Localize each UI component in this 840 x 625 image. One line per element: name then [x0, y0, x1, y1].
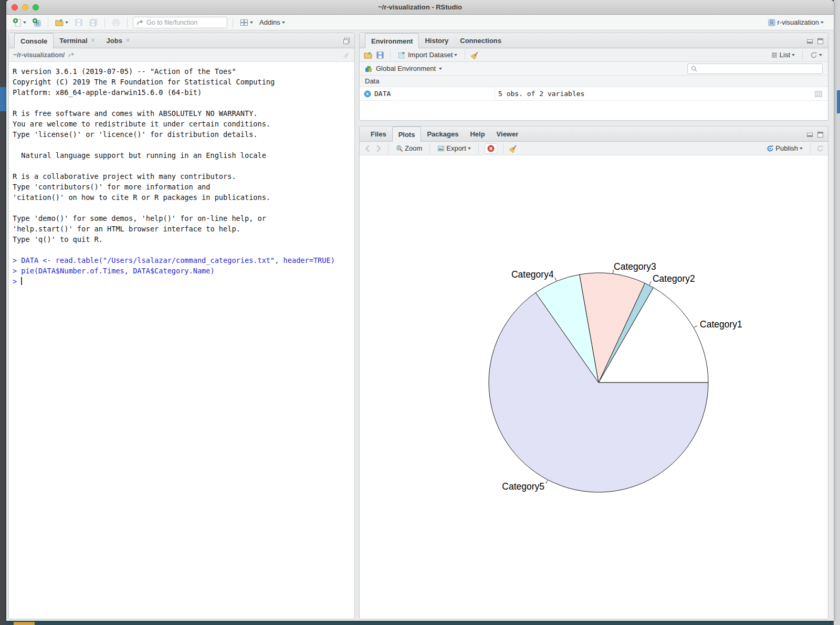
tab-files[interactable]: Files: [365, 126, 392, 141]
tab-plots-label: Plots: [398, 131, 415, 139]
clear-all-plots-broom-icon[interactable]: [509, 144, 518, 153]
project-cube-icon: R: [768, 18, 776, 27]
toolbar-separator: [388, 143, 388, 154]
plot-region: Category1Category2Category3Category4Cate…: [360, 156, 828, 619]
tab-plots[interactable]: Plots: [392, 126, 422, 142]
main-toolbar: R: [6, 15, 834, 30]
console-line: [13, 245, 354, 255]
background-window-edge-right: [834, 0, 840, 625]
goto-file-input[interactable]: [146, 19, 220, 26]
console-line: > pie(DATA$Number.of.Times, DATA$Categor…: [13, 266, 354, 276]
environment-scope-label: Global Environment: [376, 65, 436, 72]
tab-help-label: Help: [470, 130, 485, 138]
save-all-icon-disabled: [89, 18, 98, 27]
import-dataset-button[interactable]: Import Dataset: [396, 50, 459, 60]
environment-search[interactable]: [687, 63, 823, 74]
table-row[interactable]: DATA 5 obs. of 2 variables: [360, 87, 828, 101]
list-icon: [771, 51, 778, 59]
plots-toolbar: Zoom Export: [360, 142, 828, 155]
list-view-button[interactable]: List: [769, 50, 796, 60]
toolbar-separator: [810, 143, 811, 154]
minimize-window-button[interactable]: [22, 4, 28, 10]
print-icon-disabled: [112, 18, 120, 27]
chevron-down-icon: [250, 22, 253, 24]
export-image-icon: [437, 145, 445, 152]
refresh-environment-button[interactable]: [808, 50, 824, 60]
remove-plot-button[interactable]: [485, 143, 497, 154]
save-workspace-icon[interactable]: [376, 51, 384, 59]
zoom-plot-button[interactable]: Zoom: [394, 143, 424, 153]
maximize-pane-icon[interactable]: [816, 37, 824, 45]
export-plot-button[interactable]: Export: [436, 143, 472, 153]
tab-jobs-label: Jobs: [107, 37, 122, 45]
titlebar: ~/r-visualization - RStudio: [6, 0, 834, 15]
new-project-button[interactable]: R: [31, 17, 43, 28]
project-selector-button[interactable]: R r-visualization: [766, 17, 825, 28]
console-tabbar: Console Terminal × Jobs ×: [9, 33, 354, 48]
screen: ~/r-visualization - RStudio R: [0, 0, 840, 625]
tab-connections[interactable]: Connections: [454, 33, 507, 48]
goto-arrow-icon: [136, 19, 144, 26]
save-all-button: [88, 17, 99, 28]
addins-label: Addins: [259, 18, 280, 26]
console-line: You are welcome to redistribute it under…: [13, 119, 354, 129]
expand-object-icon[interactable]: [364, 90, 371, 98]
pie-label-tick: [555, 278, 556, 281]
minimize-pane-icon[interactable]: [806, 37, 814, 45]
chevron-down-icon[interactable]: [439, 68, 442, 70]
tab-terminal[interactable]: Terminal ×: [54, 33, 100, 48]
chevron-down-icon: [65, 22, 68, 24]
pie-label-Category3: Category3: [614, 261, 656, 272]
zoom-window-button[interactable]: [33, 4, 39, 10]
console-output[interactable]: R version 3.6.1 (2019-07-05) -- "Action …: [9, 62, 354, 619]
console-line: Type 'contributors()' for more informati…: [13, 182, 354, 192]
tab-console[interactable]: Console: [14, 33, 54, 48]
refresh-icon: [810, 51, 817, 59]
tab-packages[interactable]: Packages: [421, 126, 464, 141]
open-file-button[interactable]: [54, 17, 70, 28]
close-icon[interactable]: ×: [126, 37, 130, 44]
close-icon[interactable]: ×: [91, 37, 95, 44]
load-workspace-folder-icon[interactable]: [364, 51, 372, 59]
environment-tabbar: Environment History Connections: [360, 33, 828, 48]
pane-layout-button[interactable]: [238, 17, 255, 28]
publish-plot-button[interactable]: Publish: [765, 143, 804, 153]
pie-label-Category2: Category2: [653, 273, 695, 284]
chevron-down-icon: [468, 147, 471, 150]
background-fragment: [14, 622, 35, 625]
import-dataset-label: Import Dataset: [408, 51, 453, 59]
clear-environment-broom-icon[interactable]: [471, 51, 479, 59]
chevron-down-icon: [792, 54, 795, 56]
console-line: Type 'demo()' for some demos, 'help()' f…: [13, 213, 354, 224]
pie-label-Category5: Category5: [502, 481, 544, 492]
minimize-pane-icon[interactable]: [806, 131, 814, 138]
import-dataset-icon: [398, 51, 406, 59]
environment-search-input[interactable]: [698, 65, 820, 72]
close-window-button[interactable]: [12, 4, 18, 10]
background-fragment: [0, 87, 6, 111]
goto-directory-arrow-icon[interactable]: [68, 51, 75, 59]
new-file-button[interactable]: [12, 17, 28, 28]
pane-layout-icon[interactable]: [343, 37, 350, 45]
pie-label-tick: [694, 326, 697, 328]
tab-help[interactable]: Help: [464, 126, 490, 141]
goto-file-search[interactable]: [133, 17, 227, 28]
remove-plot-icon: [487, 145, 495, 152]
console-line: 'help.start()' for an HTML browser inter…: [13, 224, 354, 234]
pie-chart: Category1Category2Category3Category4Cate…: [360, 156, 828, 619]
view-table-icon[interactable]: [814, 90, 823, 98]
tab-viewer[interactable]: Viewer: [491, 126, 524, 141]
tab-history[interactable]: History: [419, 33, 454, 48]
maximize-pane-icon[interactable]: [816, 131, 824, 138]
publish-icon: [766, 145, 774, 152]
clear-console-broom-icon[interactable]: [343, 51, 350, 59]
console-prompt-line: >: [13, 276, 354, 287]
tab-environment[interactable]: Environment: [365, 33, 419, 48]
addins-button[interactable]: Addins: [258, 17, 287, 27]
previous-plot-arrow-icon: [364, 145, 371, 152]
tab-jobs[interactable]: Jobs ×: [101, 33, 135, 48]
open-folder-icon: [55, 18, 64, 27]
toolbar-separator: [478, 143, 479, 154]
object-summary: 5 obs. of 2 variables: [495, 87, 828, 100]
refresh-plot-icon[interactable]: [816, 145, 824, 152]
